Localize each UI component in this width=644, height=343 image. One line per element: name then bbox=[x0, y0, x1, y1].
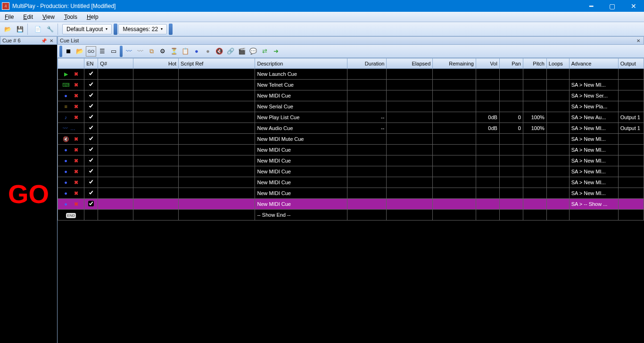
table-row[interactable]: ●✖New MIDI CueSA > New MI... bbox=[58, 155, 644, 166]
row-q bbox=[98, 101, 133, 112]
col-dur[interactable]: Duration bbox=[347, 58, 387, 69]
row-elap bbox=[387, 101, 433, 112]
col-pan[interactable]: Pan bbox=[499, 58, 523, 69]
row-enable[interactable] bbox=[84, 112, 98, 123]
toolbar-grip[interactable] bbox=[114, 24, 117, 35]
row-enable[interactable] bbox=[84, 199, 98, 210]
pause-wave-icon[interactable]: 〰 bbox=[135, 46, 145, 57]
table-row[interactable]: ♪✖New Play List Cue--0dB0100%SA > New Au… bbox=[58, 112, 644, 123]
go-icon-button[interactable]: GO bbox=[86, 46, 96, 57]
table-row[interactable]: 🔇✖New MIDI Mute CueSA > New MI... bbox=[58, 134, 644, 145]
row-q bbox=[98, 166, 133, 177]
toolbar-grip[interactable] bbox=[169, 24, 173, 35]
col-script[interactable]: Script Ref bbox=[179, 58, 255, 69]
stop-button[interactable]: ⏹ bbox=[63, 46, 74, 57]
table-row[interactable]: ●✖New MIDI CueSA > New Ser... bbox=[58, 90, 644, 101]
table-row[interactable]: ≡✖New Serial CueSA > New Pla... bbox=[58, 101, 644, 112]
menu-help[interactable]: Help bbox=[82, 13, 103, 21]
col-hot[interactable]: Hot bbox=[133, 58, 179, 69]
wave-icon[interactable]: 〰 bbox=[124, 46, 134, 57]
row-icon: ♪✖ bbox=[58, 112, 84, 123]
minimize-button[interactable]: ━ bbox=[580, 0, 602, 12]
col-q[interactable]: Q# bbox=[98, 58, 133, 69]
row-enable[interactable] bbox=[84, 90, 98, 101]
clipboard-icon[interactable]: 📋 bbox=[180, 46, 190, 57]
table-row[interactable]: ⌨✖New Telnet CueSA > New MI... bbox=[58, 80, 644, 90]
table-row[interactable]: ●✖New MIDI CueSA > New MI... bbox=[58, 177, 644, 188]
row-adv: SA > New MI... bbox=[569, 145, 618, 155]
row-q bbox=[98, 199, 133, 210]
table-row[interactable]: ●✖New MIDI CueSA > New MI... bbox=[58, 145, 644, 155]
close-button[interactable]: ✕ bbox=[623, 0, 644, 12]
col-out[interactable]: Output bbox=[618, 58, 644, 69]
table-row[interactable]: ●✖New MIDI CueSA > -- Show ... bbox=[58, 199, 644, 210]
menu-edit[interactable]: Edit bbox=[18, 13, 38, 21]
row-desc: New MIDI Cue bbox=[255, 90, 347, 101]
col-rem[interactable]: Remaining bbox=[433, 58, 476, 69]
save-button[interactable]: 💾 bbox=[14, 24, 25, 35]
row-enable[interactable] bbox=[84, 210, 98, 220]
video-icon[interactable]: 🎬 bbox=[237, 46, 247, 57]
midi-icon[interactable]: ● bbox=[191, 46, 202, 57]
row-enable[interactable] bbox=[84, 69, 98, 80]
menu-tools[interactable]: Tools bbox=[59, 13, 82, 21]
list-button[interactable]: ☰ bbox=[97, 46, 107, 57]
messages-dropdown[interactable]: Messages: 22 ▾ bbox=[118, 24, 167, 34]
open-button[interactable]: 📂 bbox=[74, 46, 85, 57]
row-q bbox=[98, 188, 133, 199]
timer-icon[interactable]: ⏳ bbox=[169, 46, 179, 57]
col-vol[interactable]: Vol bbox=[476, 58, 499, 69]
row-enable[interactable] bbox=[84, 188, 98, 199]
go-button[interactable]: GO bbox=[0, 45, 57, 343]
col-pitch[interactable]: Pitch bbox=[523, 58, 546, 69]
row-enable[interactable] bbox=[84, 134, 98, 145]
network-icon[interactable]: ⇄ bbox=[259, 46, 270, 57]
close-icon[interactable]: ✕ bbox=[48, 37, 55, 44]
docs-button[interactable]: 📄 bbox=[32, 24, 43, 35]
row-dur bbox=[347, 90, 387, 101]
row-pitch bbox=[523, 90, 546, 101]
mute-icon[interactable]: 🔇 bbox=[214, 46, 224, 57]
record-icon[interactable]: ● bbox=[203, 46, 213, 57]
link-icon[interactable]: 🔗 bbox=[225, 46, 236, 57]
gear-icon[interactable]: ⚙ bbox=[157, 46, 168, 57]
pin-icon[interactable]: 📌 bbox=[41, 37, 47, 44]
table-row[interactable]: ●✖New MIDI CueSA > New MI... bbox=[58, 166, 644, 177]
row-enable[interactable] bbox=[84, 166, 98, 177]
close-icon[interactable]: ✕ bbox=[635, 37, 642, 44]
view-button[interactable]: ▭ bbox=[108, 46, 119, 57]
row-enable[interactable] bbox=[84, 123, 98, 134]
wrench-button[interactable]: 🔧 bbox=[44, 24, 56, 35]
table-row[interactable]: END-- Show End -- bbox=[58, 210, 644, 220]
layout-dropdown[interactable]: Default Layout ▾ bbox=[62, 24, 112, 34]
chat-icon[interactable]: 💬 bbox=[248, 46, 258, 57]
toolbar-grip[interactable] bbox=[120, 46, 123, 57]
copy-icon[interactable]: ⧉ bbox=[146, 46, 157, 57]
row-enable[interactable] bbox=[84, 145, 98, 155]
row-loops bbox=[546, 210, 569, 220]
maximize-button[interactable]: ▢ bbox=[602, 0, 623, 12]
open-button[interactable]: 📂 bbox=[2, 24, 13, 35]
row-enable[interactable] bbox=[84, 80, 98, 90]
col-en[interactable]: EN bbox=[84, 58, 98, 69]
table-row[interactable]: ▶✖New Launch Cue bbox=[58, 69, 644, 80]
col-adv[interactable]: Advance bbox=[569, 58, 618, 69]
table-row[interactable]: 〰✖▶New Audio Cue--0dB0100%SA > New MI...… bbox=[58, 123, 644, 134]
export-icon[interactable]: ➜ bbox=[271, 46, 281, 57]
row-dur bbox=[347, 155, 387, 166]
menu-file[interactable]: File bbox=[0, 13, 18, 21]
row-out bbox=[618, 199, 644, 210]
row-enable[interactable] bbox=[84, 101, 98, 112]
col-desc[interactable]: Description bbox=[255, 58, 347, 69]
col-loops[interactable]: Loops bbox=[546, 58, 569, 69]
row-enable[interactable] bbox=[84, 155, 98, 166]
row-icon: ●✖ bbox=[58, 145, 84, 155]
col-icon[interactable] bbox=[58, 58, 84, 69]
table-row[interactable]: ●✖New MIDI CueSA > New MI... bbox=[58, 188, 644, 199]
row-enable[interactable] bbox=[84, 177, 98, 188]
menu-view[interactable]: View bbox=[38, 13, 59, 21]
row-adv: SA > -- Show ... bbox=[569, 199, 618, 210]
toolbar-grip[interactable] bbox=[59, 46, 62, 57]
col-elap[interactable]: Elapsed bbox=[387, 58, 433, 69]
row-pitch bbox=[523, 155, 546, 166]
